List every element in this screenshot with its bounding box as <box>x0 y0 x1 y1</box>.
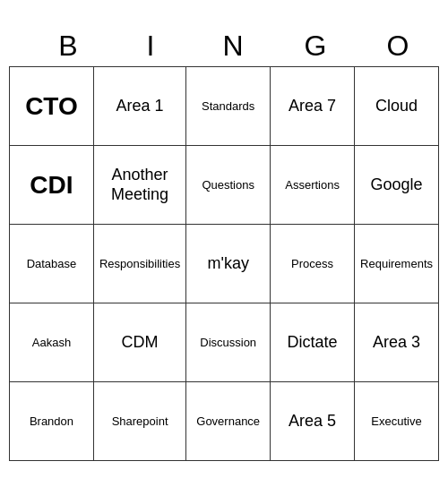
header-o: O <box>357 26 439 66</box>
header-b: B <box>27 26 109 66</box>
cell-r1-c2: Questions <box>186 146 271 225</box>
cell-r1-c1: Another Meeting <box>94 146 186 225</box>
header-n: N <box>192 26 274 66</box>
cell-r1-c3: Assertions <box>271 146 355 225</box>
header-i: I <box>109 26 192 66</box>
cell-r3-c1: CDM <box>94 303 186 382</box>
cell-r4-c2: Governance <box>186 382 271 461</box>
cell-r3-c4: Area 3 <box>355 303 439 382</box>
cell-r2-c1: Responsibilities <box>94 225 186 303</box>
cell-r0-c2: Standards <box>186 67 271 146</box>
cell-r3-c3: Dictate <box>271 303 355 382</box>
cell-r4-c0: Brandon <box>10 382 94 461</box>
bingo-header: B I N G O <box>9 26 439 66</box>
bingo-grid: CTOArea 1StandardsArea 7CloudCDIAnother … <box>9 66 439 461</box>
cell-r2-c4: Requirements <box>355 225 439 303</box>
cell-r0-c3: Area 7 <box>271 67 355 146</box>
cell-r0-c0: CTO <box>10 67 94 146</box>
cell-r4-c4: Executive <box>355 382 439 461</box>
header-g: G <box>274 26 357 66</box>
cell-r0-c1: Area 1 <box>94 67 186 146</box>
cell-r3-c2: Discussion <box>186 303 271 382</box>
cell-r2-c3: Process <box>271 225 355 303</box>
cell-r1-c0: CDI <box>10 146 94 225</box>
bingo-card: B I N G O CTOArea 1StandardsArea 7CloudC… <box>9 26 439 461</box>
cell-r4-c3: Area 5 <box>271 382 355 461</box>
cell-r1-c4: Google <box>355 146 439 225</box>
cell-r3-c0: Aakash <box>10 303 94 382</box>
cell-r2-c0: Database <box>10 225 94 303</box>
cell-r4-c1: Sharepoint <box>94 382 186 461</box>
cell-r2-c2: m'kay <box>186 225 271 303</box>
cell-r0-c4: Cloud <box>355 67 439 146</box>
